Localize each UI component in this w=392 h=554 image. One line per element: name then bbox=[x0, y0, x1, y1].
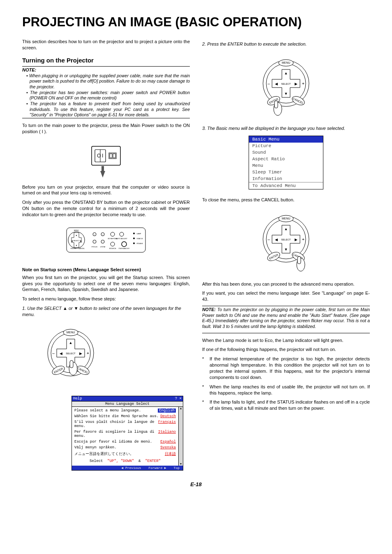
svg-point-37 bbox=[133, 238, 135, 239]
star-list: If the internal temperature of the proje… bbox=[202, 356, 370, 411]
svg-text:LAMP: LAMP bbox=[137, 233, 141, 235]
dialog-footer: ◀ Previous Forward ▶ Top bbox=[72, 466, 183, 470]
lampeco-text: When the Lamp mode is set to Eco, the La… bbox=[202, 337, 370, 344]
after-done-text: After this has been done, you can procee… bbox=[202, 281, 370, 287]
svg-text:ZOOM: ZOOM bbox=[100, 246, 105, 248]
remote-diagram-1: MENU ENTER CANCEL SELECT ▲ ▼ ◀ ▶ bbox=[22, 324, 190, 392]
svg-text:−: − bbox=[102, 241, 104, 243]
svg-text:POWER: POWER bbox=[136, 242, 143, 245]
right-column: 2. Press the ENTER button to execute the… bbox=[202, 39, 370, 471]
svg-text:◀: ◀ bbox=[275, 238, 278, 242]
svg-text:MENU: MENU bbox=[282, 61, 291, 64]
lang-row: メニュー言語を選択してください。日本語 bbox=[74, 451, 176, 457]
svg-point-31 bbox=[111, 242, 115, 246]
basic-menu-title: Basic Menu bbox=[249, 136, 323, 143]
basic-menu-item[interactable]: Menu bbox=[249, 162, 323, 169]
select-label: SELECT bbox=[66, 352, 76, 355]
svg-text:▼: ▼ bbox=[284, 247, 288, 252]
svg-point-35 bbox=[133, 233, 135, 234]
plus-label: + bbox=[87, 351, 89, 355]
svg-text:◀: ◀ bbox=[71, 240, 73, 242]
step-2: 2. Press the ENTER button to execute the… bbox=[202, 41, 370, 47]
columns: This section describes how to turn on th… bbox=[22, 39, 370, 471]
svg-text:AUTO ADJUST: AUTO ADJUST bbox=[116, 238, 127, 240]
basic-menu-item[interactable]: Aspect Ratio bbox=[249, 156, 323, 162]
svg-text:+: + bbox=[94, 233, 95, 235]
basic-menu-item[interactable]: Picture bbox=[249, 143, 323, 149]
close-menu-text: To close the menu, press the CANCEL butt… bbox=[202, 197, 370, 203]
svg-text:▲: ▲ bbox=[69, 341, 73, 345]
svg-text:SELECT: SELECT bbox=[281, 238, 291, 241]
svg-text:ON/STAND BY: ON/STAND BY bbox=[119, 247, 130, 249]
startup-text-2: To select a menu language, follow these … bbox=[22, 296, 190, 302]
lang-option[interactable]: Italiano bbox=[158, 430, 176, 438]
svg-text:–: – bbox=[267, 81, 270, 86]
switch-diagram: O I bbox=[22, 141, 190, 180]
ifwant-text: If you want, you can select the menu lan… bbox=[202, 290, 370, 302]
lang-option[interactable]: Svenska bbox=[160, 446, 176, 450]
lang-row: Please select a menu language.English bbox=[74, 409, 176, 413]
lang-row: Wählen Sie bitte die Menü Sprache aus.De… bbox=[74, 414, 176, 418]
star-item: If the internal temperature of the proje… bbox=[210, 356, 370, 380]
left-column: This section describes how to turn on th… bbox=[22, 39, 190, 471]
svg-point-33 bbox=[122, 242, 127, 247]
svg-text:▶: ▶ bbox=[80, 240, 82, 242]
star-item: When the lamp reaches its end of usable … bbox=[210, 384, 370, 396]
before-text: Before you turn on your projector, ensur… bbox=[22, 184, 190, 196]
startup-heading: Note on Startup screen (Menu Language Se… bbox=[22, 267, 190, 272]
svg-text:MENU: MENU bbox=[282, 217, 291, 220]
svg-text:+: + bbox=[302, 237, 304, 242]
page-number: E-18 bbox=[22, 481, 370, 487]
svg-rect-51 bbox=[70, 360, 73, 368]
basic-menu-item[interactable]: Sound bbox=[249, 149, 323, 156]
svg-text:▶: ▶ bbox=[79, 351, 82, 355]
step-1: 1. Use the SELECT ▲ or ▼ button to selec… bbox=[22, 305, 190, 318]
footer-prev[interactable]: ◀ Previous bbox=[121, 466, 141, 470]
note-item: The projector has two power switches: ma… bbox=[26, 90, 190, 101]
svg-text:−: − bbox=[94, 241, 95, 243]
svg-text:ENTER: ENTER bbox=[71, 247, 76, 249]
lang-option[interactable]: Español bbox=[160, 440, 176, 444]
svg-text:◀: ◀ bbox=[275, 82, 278, 86]
lang-option[interactable]: Français bbox=[158, 420, 176, 428]
basic-menu: Basic Menu Picture Sound Aspect Ratio Me… bbox=[249, 136, 323, 189]
note-label: NOTE: bbox=[22, 67, 190, 72]
footer-top[interactable]: Top bbox=[174, 466, 180, 470]
lang-option[interactable]: English bbox=[158, 409, 176, 413]
switch-o-label: O bbox=[97, 153, 101, 159]
language-select-dialog: Help ? × Menu Language Select Please sel… bbox=[71, 396, 183, 471]
dialog-window-controls: ? × bbox=[175, 397, 182, 401]
lang-row: Välj menyn språken.Svenska bbox=[74, 446, 176, 450]
svg-rect-68 bbox=[274, 101, 278, 108]
basic-menu-advanced[interactable]: To Advanced Menu bbox=[249, 182, 323, 189]
page-title: PROJECTING AN IMAGE (BASIC OPERATION) bbox=[22, 15, 370, 30]
svg-text:▲: ▲ bbox=[284, 227, 288, 231]
lang-row: Per favore di scegliere la lingua di men… bbox=[74, 430, 176, 438]
svg-text:+: + bbox=[302, 81, 304, 86]
lang-option[interactable]: 日本語 bbox=[165, 451, 176, 457]
note2-label: NOTE: bbox=[202, 307, 216, 312]
divider bbox=[22, 118, 190, 118]
step-3: 3. The Basic menu will be displayed in t… bbox=[202, 125, 370, 132]
basic-menu-item[interactable]: Sleep Timer bbox=[249, 169, 323, 175]
svg-text:▲: ▲ bbox=[76, 234, 78, 236]
footer-forward[interactable]: Forward ▶ bbox=[148, 466, 166, 470]
svg-rect-4 bbox=[110, 154, 112, 158]
svg-text:SELECT: SELECT bbox=[73, 240, 80, 242]
note-item: When plugging in or unplugging the suppl… bbox=[26, 73, 190, 90]
lang-option[interactable]: Deutsch bbox=[160, 414, 176, 418]
svg-text:–: – bbox=[267, 237, 270, 242]
svg-text:FOCUS: FOCUS bbox=[92, 246, 97, 248]
svg-marker-6 bbox=[100, 166, 105, 178]
dialog-scrollbar[interactable] bbox=[178, 407, 183, 466]
menu-label: MENU bbox=[67, 331, 75, 334]
dialog-instruction: Select "UP", "DOWN" & "ENTER" bbox=[74, 458, 176, 465]
svg-rect-85 bbox=[297, 256, 301, 264]
dialog-title: Help bbox=[73, 397, 82, 401]
svg-text:SOURCE: SOURCE bbox=[109, 247, 116, 249]
svg-text:MENU: MENU bbox=[74, 229, 79, 231]
basic-menu-item[interactable]: Information bbox=[249, 175, 323, 182]
switch-i-label: I bbox=[102, 153, 103, 159]
dialog-subheader: Menu Language Select bbox=[72, 401, 183, 407]
divider bbox=[202, 306, 370, 306]
